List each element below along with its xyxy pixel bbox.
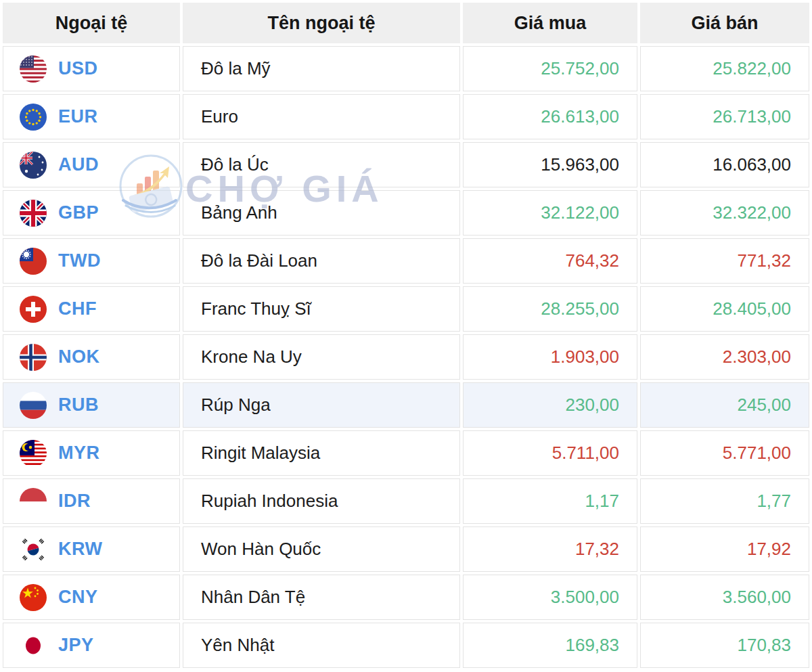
currency-code-link[interactable]: IDR <box>58 491 91 512</box>
col-header-sell-price: Giá bán <box>640 3 809 43</box>
currency-row[interactable]: EUR Euro 26.613,00 26.713,00 <box>3 94 809 139</box>
col-header-currency: Ngoại tệ <box>3 3 180 43</box>
currency-code-link[interactable]: JPY <box>58 635 94 656</box>
currency-code-link[interactable]: RUB <box>58 395 99 416</box>
sell-price: 2.303,00 <box>640 334 809 380</box>
rub-flag-icon <box>20 392 47 419</box>
myr-flag-icon <box>20 440 47 467</box>
currency-code-link[interactable]: KRW <box>58 539 103 560</box>
currency-name: Euro <box>183 94 460 139</box>
buy-price: 169,83 <box>463 623 637 668</box>
jpy-flag-icon <box>20 632 47 659</box>
sell-price: 32.322,00 <box>640 190 809 236</box>
buy-price: 230,00 <box>463 382 637 428</box>
table-header-row: Ngoại tệ Tên ngoại tệ Giá mua Giá bán <box>3 3 809 43</box>
eur-flag-icon <box>20 104 47 131</box>
buy-price: 15.963,00 <box>463 142 637 187</box>
sell-price: 771,32 <box>640 238 809 284</box>
currency-row[interactable]: AUD Đô la Úc 15.963,00 16.063,00 <box>3 142 809 187</box>
sell-price: 25.822,00 <box>640 46 809 91</box>
currency-name: Ringit Malaysia <box>183 430 460 476</box>
buy-price: 764,32 <box>463 238 637 284</box>
currency-code-link[interactable]: NOK <box>58 346 100 367</box>
currency-code-link[interactable]: EUR <box>58 106 98 127</box>
sell-price: 170,83 <box>640 623 809 668</box>
usd-flag-icon <box>20 55 47 83</box>
col-header-currency-name: Tên ngoại tệ <box>183 3 460 43</box>
buy-price: 3.500,00 <box>463 575 637 620</box>
idr-flag-icon <box>20 488 47 515</box>
currency-name: Đô la Úc <box>183 142 460 187</box>
buy-price: 1,17 <box>463 478 637 524</box>
sell-price: 16.063,00 <box>640 142 809 187</box>
currency-row[interactable]: IDR Rupiah Indonesia 1,17 1,77 <box>3 478 809 524</box>
sell-price: 28.405,00 <box>640 286 809 332</box>
currency-row[interactable]: RUB Rúp Nga 230,00 245,00 <box>3 382 809 428</box>
currency-name: Nhân Dân Tệ <box>183 575 460 620</box>
currency-name: Won Hàn Quốc <box>183 527 460 572</box>
currency-code-link[interactable]: CHF <box>58 298 97 319</box>
currency-row[interactable]: GBP Bảng Anh 32.122,00 32.322,00 <box>3 190 809 236</box>
currency-code-link[interactable]: CNY <box>58 587 98 608</box>
currency-code-link[interactable]: USD <box>58 58 98 79</box>
currency-name: Bảng Anh <box>183 190 460 236</box>
currency-row[interactable]: TWD Đô la Đài Loan 764,32 771,32 <box>3 238 809 284</box>
currency-name: Rupiah Indonesia <box>183 478 460 524</box>
exchange-rate-table: Ngoại tệ Tên ngoại tệ Giá mua Giá bán US… <box>0 0 812 671</box>
sell-price: 245,00 <box>640 382 809 428</box>
currency-row[interactable]: KRW Won Hàn Quốc 17,32 17,92 <box>3 527 809 572</box>
twd-flag-icon <box>20 248 47 275</box>
krw-flag-icon <box>20 536 47 563</box>
currency-code-link[interactable]: MYR <box>58 443 100 464</box>
currency-row[interactable]: USD Đô la Mỹ 25.752,00 25.822,00 <box>3 46 809 91</box>
currency-code-link[interactable]: TWD <box>58 250 101 271</box>
currency-row[interactable]: CHF Franc Thuỵ Sĩ 28.255,00 28.405,00 <box>3 286 809 332</box>
buy-price: 5.711,00 <box>463 430 637 476</box>
currency-row[interactable]: MYR Ringit Malaysia 5.711,00 5.771,00 <box>3 430 809 476</box>
currency-name: Yên Nhật <box>183 623 460 668</box>
buy-price: 26.613,00 <box>463 94 637 139</box>
currency-name: Krone Na Uy <box>183 334 460 380</box>
buy-price: 25.752,00 <box>463 46 637 91</box>
currency-name: Rúp Nga <box>183 382 460 428</box>
sell-price: 26.713,00 <box>640 94 809 139</box>
chf-flag-icon <box>20 296 47 323</box>
buy-price: 1.903,00 <box>463 334 637 380</box>
gbp-flag-icon <box>20 200 47 227</box>
col-header-buy-price: Giá mua <box>463 3 637 43</box>
buy-price: 32.122,00 <box>463 190 637 236</box>
currency-name: Franc Thuỵ Sĩ <box>183 286 460 332</box>
currency-code-link[interactable]: GBP <box>58 202 99 223</box>
currency-name: Đô la Mỹ <box>183 46 460 91</box>
sell-price: 5.771,00 <box>640 430 809 476</box>
sell-price: 17,92 <box>640 527 809 572</box>
currency-row[interactable]: NOK Krone Na Uy 1.903,00 2.303,00 <box>3 334 809 380</box>
nok-flag-icon <box>20 344 47 371</box>
cny-flag-icon <box>20 584 47 611</box>
buy-price: 17,32 <box>463 527 637 572</box>
currency-code-link[interactable]: AUD <box>58 154 99 175</box>
sell-price: 3.560,00 <box>640 575 809 620</box>
currency-row[interactable]: JPY Yên Nhật 169,83 170,83 <box>3 623 809 668</box>
buy-price: 28.255,00 <box>463 286 637 332</box>
sell-price: 1,77 <box>640 478 809 524</box>
currency-row[interactable]: CNY Nhân Dân Tệ 3.500,00 3.560,00 <box>3 575 809 620</box>
currency-name: Đô la Đài Loan <box>183 238 460 284</box>
aud-flag-icon <box>20 152 47 179</box>
